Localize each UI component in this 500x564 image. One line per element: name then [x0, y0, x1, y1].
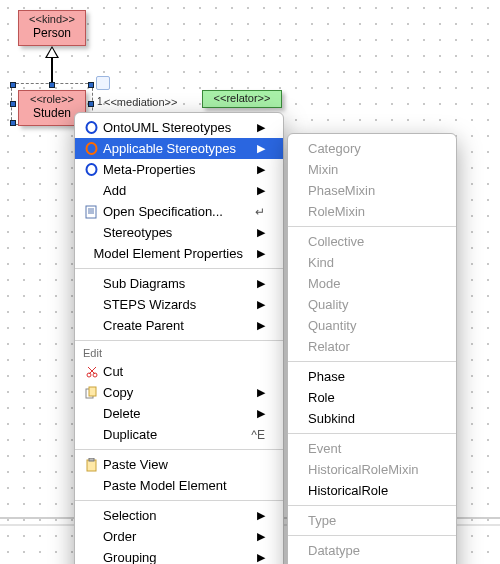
submenu-arrow-icon: ▶ — [257, 142, 265, 155]
document-icon — [81, 205, 101, 219]
ontouml-o-icon — [81, 121, 101, 134]
svg-rect-3 — [86, 206, 96, 218]
submenu-datatype[interactable]: Datatype — [288, 540, 456, 561]
menu-separator — [288, 505, 456, 506]
submenu-collective[interactable]: Collective — [288, 231, 456, 252]
svg-point-2 — [86, 164, 96, 175]
copy-icon — [81, 386, 101, 399]
submenu-arrow-icon: ▶ — [257, 163, 265, 176]
applicable-stereotypes-submenu: Category Mixin PhaseMixin RoleMixin Coll… — [287, 133, 457, 564]
menu-cut[interactable]: Cut — [75, 361, 283, 382]
submenu-quantity[interactable]: Quantity — [288, 315, 456, 336]
submenu-phase[interactable]: Phase — [288, 366, 456, 387]
submenu-phasemixin[interactable]: PhaseMixin — [288, 180, 456, 201]
submenu-quality[interactable]: Quality — [288, 294, 456, 315]
paste-icon — [81, 458, 101, 472]
submenu-rolemixin[interactable]: RoleMixin — [288, 201, 456, 222]
submenu-arrow-icon: ▶ — [257, 277, 265, 290]
menu-separator — [288, 226, 456, 227]
menu-steps-wizards[interactable]: STEPS Wizards ▶ — [75, 294, 283, 315]
menu-separator — [75, 449, 283, 450]
menu-delete[interactable]: Delete ▶ — [75, 403, 283, 424]
menu-grouping[interactable]: Grouping ▶ — [75, 547, 283, 564]
menu-ontouml-stereotypes[interactable]: OntoUML Stereotypes ▶ — [75, 117, 283, 138]
submenu-arrow-icon: ▶ — [257, 551, 265, 564]
menu-sub-diagrams[interactable]: Sub Diagrams ▶ — [75, 273, 283, 294]
class-relator[interactable]: <<relator>> — [202, 90, 282, 108]
ontouml-o-icon — [81, 142, 101, 155]
svg-rect-12 — [89, 387, 96, 396]
menu-section-edit: Edit — [75, 345, 283, 361]
menu-model-element-properties[interactable]: Model Element Properties ▶ — [75, 243, 283, 264]
menu-meta-properties[interactable]: Meta-Properties ▶ — [75, 159, 283, 180]
menu-separator — [288, 535, 456, 536]
class-name: Person — [25, 26, 79, 40]
submenu-arrow-icon: ▶ — [257, 226, 265, 239]
submenu-arrow-icon: ▶ — [257, 386, 265, 399]
menu-stereotypes[interactable]: Stereotypes ▶ — [75, 222, 283, 243]
generalization-arrowhead — [45, 46, 59, 58]
submenu-historicalrole[interactable]: HistoricalRole — [288, 480, 456, 501]
menu-separator — [75, 268, 283, 269]
menu-copy[interactable]: Copy ▶ — [75, 382, 283, 403]
context-menu: OntoUML Stereotypes ▶ Applicable Stereot… — [74, 112, 284, 564]
menu-open-specification[interactable]: Open Specification... ↵ — [75, 201, 283, 222]
submenu-historicalrolemixin[interactable]: HistoricalRoleMixin — [288, 459, 456, 480]
submenu-arrow-icon: ▶ — [257, 319, 265, 332]
submenu-arrow-icon: ▶ — [257, 121, 265, 134]
stereotype-label: <<relator>> — [207, 92, 277, 105]
submenu-arrow-icon: ▶ — [257, 407, 265, 420]
menu-applicable-stereotypes[interactable]: Applicable Stereotypes ▶ — [75, 138, 283, 159]
enter-key-icon: ↵ — [255, 205, 265, 219]
scissors-icon — [81, 365, 101, 378]
submenu-arrow-icon: ▶ — [257, 298, 265, 311]
menu-paste-model-element[interactable]: Paste Model Element — [75, 475, 283, 496]
submenu-category[interactable]: Category — [288, 138, 456, 159]
multiplicity-label: 1 — [97, 96, 103, 107]
submenu-arrow-icon: ▶ — [257, 509, 265, 522]
stereotype-label: <<role>> — [25, 93, 79, 106]
quick-action-icon[interactable] — [96, 76, 110, 90]
submenu-arrow-icon: ▶ — [257, 247, 265, 260]
submenu-relator[interactable]: Relator — [288, 336, 456, 357]
mediation-label: <<mediation>> — [104, 96, 177, 108]
menu-separator — [288, 433, 456, 434]
menu-paste-view[interactable]: Paste View — [75, 454, 283, 475]
submenu-arrow-icon: ▶ — [257, 184, 265, 197]
svg-point-0 — [86, 122, 96, 133]
submenu-mixin[interactable]: Mixin — [288, 159, 456, 180]
svg-rect-14 — [89, 458, 94, 461]
shortcut-label: ^E — [251, 428, 265, 442]
svg-rect-13 — [87, 460, 96, 471]
svg-point-1 — [86, 143, 96, 154]
submenu-subkind[interactable]: Subkind — [288, 408, 456, 429]
menu-separator — [75, 340, 283, 341]
submenu-type[interactable]: Type — [288, 510, 456, 531]
class-person[interactable]: <<kind>> Person — [18, 10, 86, 46]
menu-selection[interactable]: Selection ▶ — [75, 505, 283, 526]
submenu-arrow-icon: ▶ — [257, 530, 265, 543]
menu-separator — [75, 500, 283, 501]
stereotype-label: <<kind>> — [25, 13, 79, 26]
menu-separator — [288, 361, 456, 362]
menu-duplicate[interactable]: Duplicate ^E — [75, 424, 283, 445]
submenu-role[interactable]: Role — [288, 387, 456, 408]
menu-create-parent[interactable]: Create Parent ▶ — [75, 315, 283, 336]
menu-order[interactable]: Order ▶ — [75, 526, 283, 547]
ontouml-o-icon — [81, 163, 101, 176]
submenu-mode[interactable]: Mode — [288, 273, 456, 294]
class-name: Studen — [25, 106, 79, 120]
submenu-event[interactable]: Event — [288, 438, 456, 459]
menu-add[interactable]: Add ▶ — [75, 180, 283, 201]
submenu-kind[interactable]: Kind — [288, 252, 456, 273]
